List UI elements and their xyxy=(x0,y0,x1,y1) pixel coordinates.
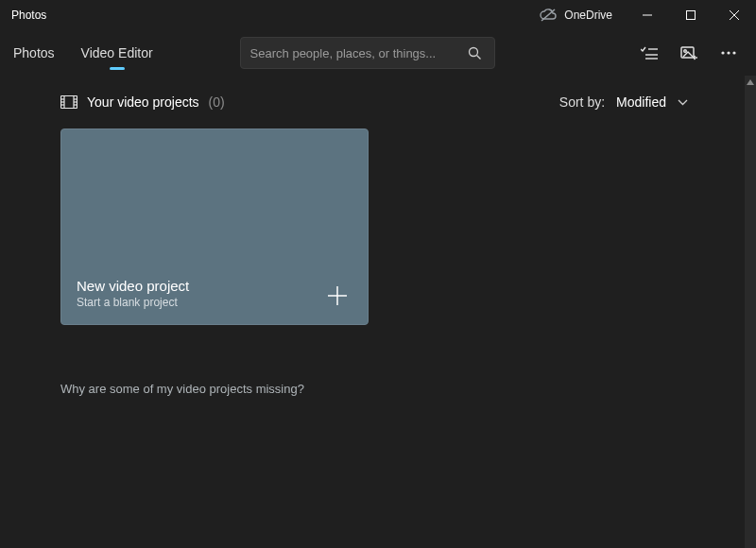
scrollbar[interactable] xyxy=(745,76,756,548)
scroll-up-icon[interactable] xyxy=(747,76,754,89)
plus-icon xyxy=(326,284,349,307)
new-video-project-card[interactable]: New video project Start a blank project xyxy=(60,128,369,325)
svg-point-11 xyxy=(684,50,687,53)
sort-value: Modified xyxy=(616,94,666,110)
maximize-button[interactable] xyxy=(669,0,713,30)
main-content: Your video projects (0) Sort by: Modifie… xyxy=(0,76,745,548)
svg-point-15 xyxy=(732,51,735,54)
toolbar: Photos Video Editor xyxy=(0,30,756,76)
missing-projects-link[interactable]: Why are some of my video projects missin… xyxy=(60,382,745,396)
svg-marker-27 xyxy=(747,79,754,85)
svg-point-14 xyxy=(727,51,730,54)
titlebar-right: OneDrive xyxy=(526,0,756,30)
chevron-down-icon xyxy=(678,99,688,106)
svg-rect-2 xyxy=(687,11,696,20)
projects-heading: Your video projects xyxy=(87,94,199,110)
svg-line-6 xyxy=(477,55,481,59)
tab-photos[interactable]: Photos xyxy=(0,30,68,76)
onedrive-button[interactable]: OneDrive xyxy=(526,0,626,30)
new-project-subtitle: Start a blank project xyxy=(77,296,352,309)
sort-dropdown[interactable]: Modified xyxy=(616,94,688,110)
cloud-off-icon xyxy=(540,9,557,22)
close-button[interactable] xyxy=(713,0,756,30)
video-projects-icon xyxy=(60,95,77,109)
import-button[interactable] xyxy=(669,30,709,76)
projects-header: Your video projects (0) Sort by: Modifie… xyxy=(60,94,745,110)
svg-point-5 xyxy=(470,47,478,56)
select-button[interactable] xyxy=(629,30,669,76)
sort-group: Sort by: Modified xyxy=(559,94,688,110)
tab-video-editor[interactable]: Video Editor xyxy=(68,30,166,76)
search-box[interactable] xyxy=(240,37,495,69)
search-icon[interactable] xyxy=(466,43,485,62)
import-icon xyxy=(680,44,697,61)
more-icon xyxy=(721,51,736,55)
title-bar: Photos OneDrive xyxy=(0,0,756,30)
onedrive-label: OneDrive xyxy=(564,9,612,22)
minimize-button[interactable] xyxy=(626,0,669,30)
sort-label: Sort by: xyxy=(559,94,605,110)
search-input[interactable] xyxy=(250,46,466,60)
more-button[interactable] xyxy=(709,30,748,76)
projects-count: (0) xyxy=(209,94,225,110)
svg-point-13 xyxy=(721,51,724,54)
app-title: Photos xyxy=(11,9,46,22)
select-icon xyxy=(641,45,658,60)
new-project-title: New video project xyxy=(77,278,352,294)
